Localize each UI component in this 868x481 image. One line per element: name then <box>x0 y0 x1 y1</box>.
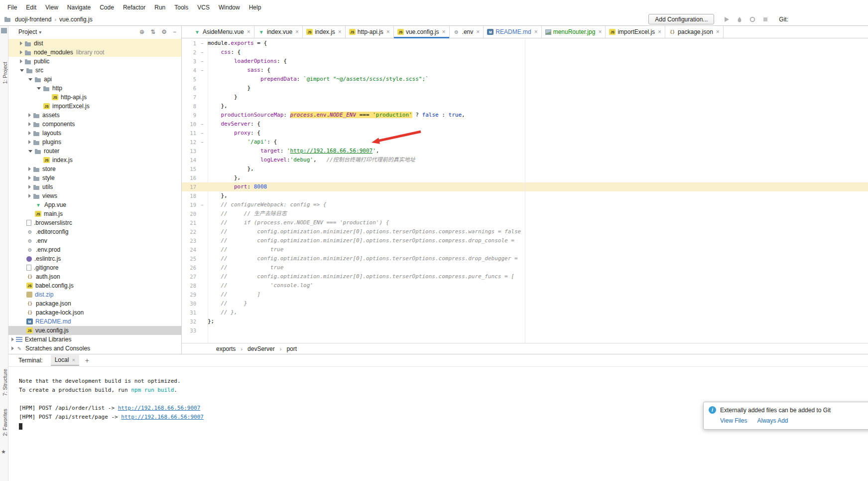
line-number[interactable]: 26 <box>182 263 199 272</box>
tree-item-dist.zip[interactable]: dist.zip <box>8 290 181 299</box>
code-line-16[interactable]: 16 }, <box>182 173 868 182</box>
tree-item-importExcel.js[interactable]: JSimportExcel.js <box>8 102 181 111</box>
chevron-right-icon[interactable] <box>28 176 31 180</box>
code-line-28[interactable]: 28 // 'console.log' <box>182 281 868 290</box>
code-line-15[interactable]: 15 }, <box>182 164 868 173</box>
tree-item-plugins[interactable]: plugins <box>8 138 181 147</box>
chevron-down-icon[interactable] <box>28 150 32 153</box>
code-line-27[interactable]: 27 // config.optimization.minimizer[0].o… <box>182 272 868 281</box>
fold-marker-icon[interactable]: − <box>199 120 206 129</box>
coverage-icon[interactable] <box>749 16 755 22</box>
tab-vue.config.js[interactable]: JSvue.config.js× <box>394 26 450 38</box>
tree-item-http[interactable]: http <box>8 84 181 93</box>
tree-item-src[interactable]: src <box>8 66 181 75</box>
tree-item-views[interactable]: views <box>8 191 181 200</box>
tab-menuRouter.jpg[interactable]: menuRouter.jpg× <box>542 26 606 38</box>
code-line-29[interactable]: 29 // ] <box>182 290 868 299</box>
line-number[interactable]: 20 <box>182 209 199 218</box>
code-line-31[interactable]: 31 // }, <box>182 308 868 317</box>
close-icon[interactable]: × <box>247 29 250 35</box>
code-line-5[interactable]: 5 prependData: `@import "~@/assets/scss/… <box>182 75 868 84</box>
tree-item-style[interactable]: style <box>8 173 181 182</box>
tree-item-auth.json[interactable]: {}auth.json <box>8 272 181 281</box>
tree-item-utils[interactable]: utils <box>8 182 181 191</box>
git-widget[interactable]: Git: <box>779 16 788 23</box>
always-add-link[interactable]: Always Add <box>757 417 788 424</box>
line-number[interactable]: 25 <box>182 254 199 263</box>
tree-item-vue.config.js[interactable]: JSvue.config.js <box>8 326 181 335</box>
line-number[interactable]: 12 <box>182 138 199 147</box>
code-line-2[interactable]: 2− css: { <box>182 48 868 57</box>
code-line-11[interactable]: 11− proxy: { <box>182 129 868 138</box>
close-icon[interactable]: × <box>442 29 446 35</box>
tab-index.vue[interactable]: ▼index.vue× <box>254 26 303 38</box>
code-line-26[interactable]: 26 // true <box>182 263 868 272</box>
locate-icon[interactable]: ⊕ <box>139 28 144 35</box>
close-icon[interactable]: × <box>295 29 299 35</box>
chevron-down-icon[interactable] <box>20 69 24 72</box>
code-line-21[interactable]: 21 // if (process.env.NODE_ENV === 'prod… <box>182 218 868 227</box>
line-number[interactable]: 33 <box>182 326 199 335</box>
stop-icon[interactable] <box>762 16 768 22</box>
line-number[interactable]: 3 <box>182 57 199 66</box>
menu-window[interactable]: Window <box>214 3 245 12</box>
code-editor[interactable]: 1−module.exports = {2− css: {3− loaderOp… <box>182 39 868 343</box>
line-number[interactable]: 9 <box>182 111 199 120</box>
tab-AsideMenu.vue[interactable]: ▼AsideMenu.vue× <box>190 26 254 38</box>
tree-item-node_modules[interactable]: node_moduleslibrary root <box>8 48 181 57</box>
chevron-right-icon[interactable] <box>28 131 31 135</box>
add-configuration-button[interactable]: Add Configuration... <box>648 14 714 24</box>
menu-vcs[interactable]: VCS <box>193 3 214 12</box>
line-number[interactable]: 31 <box>182 308 199 317</box>
tab-.env[interactable]: ⚙.env× <box>450 26 484 38</box>
line-number[interactable]: 19 <box>182 200 199 209</box>
tree-item-.editorconfig[interactable]: ⚙.editorconfig <box>8 227 181 236</box>
line-number[interactable]: 32 <box>182 317 199 326</box>
tree-item-.eslintrc.js[interactable]: .eslintrc.js <box>8 254 181 263</box>
tree-item-dist[interactable]: dist <box>8 39 181 48</box>
code-line-14[interactable]: 14 logLevel:'debug', //控制台终端打印代理前的真实地址 <box>182 156 868 164</box>
line-number[interactable]: 4 <box>182 66 199 75</box>
project-panel-title[interactable]: Project <box>18 28 37 35</box>
line-number[interactable]: 18 <box>182 191 199 200</box>
close-icon[interactable]: × <box>716 29 720 35</box>
line-number[interactable]: 16 <box>182 173 199 182</box>
close-icon[interactable]: × <box>72 357 75 363</box>
line-number[interactable]: 5 <box>182 75 199 84</box>
tree-item-router[interactable]: router <box>8 147 181 156</box>
menu-refactor[interactable]: Refactor <box>119 3 150 12</box>
tree-item-.env[interactable]: ⚙.env <box>8 236 181 245</box>
menu-code[interactable]: Code <box>95 3 119 12</box>
tree-item-Scratches and Consoles[interactable]: ✎Scratches and Consoles <box>8 344 181 353</box>
line-number[interactable]: 8 <box>182 102 199 111</box>
code-line-32[interactable]: 32}; <box>182 317 868 326</box>
breadcrumb-devServer[interactable]: devServer <box>246 345 276 352</box>
tab-README.md[interactable]: MREADME.md× <box>484 26 541 38</box>
tab-importExcel.js[interactable]: JSimportExcel.js× <box>606 26 665 38</box>
breadcrumb-project[interactable]: duoji-frontend <box>13 16 53 23</box>
line-number[interactable]: 22 <box>182 227 199 236</box>
code-line-12[interactable]: 12− '/api': { <box>182 138 868 147</box>
line-number[interactable]: 7 <box>182 93 199 102</box>
line-number[interactable]: 1 <box>182 39 199 48</box>
tab-index.js[interactable]: JSindex.js× <box>303 26 346 38</box>
code-line-18[interactable]: 18 }, <box>182 191 868 200</box>
line-number[interactable]: 6 <box>182 84 199 93</box>
fold-marker-icon[interactable]: − <box>199 48 206 57</box>
line-number[interactable]: 24 <box>182 245 199 254</box>
tree-item-External Libraries[interactable]: External Libraries <box>8 335 181 344</box>
chevron-right-icon[interactable] <box>11 346 14 350</box>
chevron-right-icon[interactable] <box>20 50 22 54</box>
code-line-23[interactable]: 23 // config.optimization.minimizer[0].o… <box>182 236 868 245</box>
line-number[interactable]: 14 <box>182 156 199 164</box>
line-number[interactable]: 29 <box>182 290 199 299</box>
fold-marker-icon[interactable]: − <box>199 39 206 48</box>
chevron-right-icon[interactable] <box>28 185 31 189</box>
code-line-33[interactable]: 33 <box>182 326 868 335</box>
code-line-9[interactable]: 9 productionSourceMap: process.env.NODE_… <box>182 111 868 120</box>
chevron-right-icon[interactable] <box>20 59 22 63</box>
caret-down-icon[interactable]: ▾ <box>39 29 41 35</box>
line-number[interactable]: 17 <box>182 182 199 191</box>
view-files-link[interactable]: View Files <box>720 417 747 424</box>
code-line-8[interactable]: 8 }, <box>182 102 868 111</box>
